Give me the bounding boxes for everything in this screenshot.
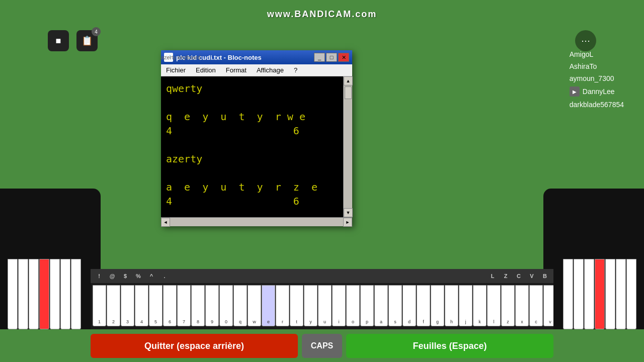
stop-icon[interactable]: ■ [48, 30, 69, 51]
piano-key[interactable]: l [487, 285, 501, 326]
player-item: AshiraTo [570, 62, 624, 70]
player-name: DannyLee [583, 87, 615, 96]
piano-key[interactable]: 5 [149, 285, 163, 326]
azerty-keyboard-label: azerty keyboard [161, 54, 200, 60]
menu-format[interactable]: Format [224, 65, 249, 75]
piano-key-white[interactable] [71, 259, 81, 329]
player-icon: ▶ [570, 86, 580, 97]
piano-key[interactable]: o [346, 285, 360, 326]
top-right-icons: ⋯ [575, 30, 596, 51]
piano-key[interactable]: r [276, 285, 289, 326]
notepad-menubar: Fichier Edition Format Affichage ? [161, 64, 352, 76]
close-button[interactable]: ✕ [338, 53, 349, 62]
piano-key[interactable]: d [403, 285, 416, 326]
hscroll-track [170, 218, 343, 226]
player-name: AmigoL [570, 50, 593, 58]
notepad-window: 📄 plc kid cudi.txt - Bloc-notes _ □ ✕ Fi… [161, 50, 352, 226]
player-name: darkblade567854 [570, 101, 624, 109]
piano-key-white[interactable] [8, 259, 18, 329]
piano-key[interactable]: 0 [219, 285, 233, 326]
piano-key-white[interactable] [626, 259, 636, 329]
quit-button[interactable]: Quitter (espace arrière) [91, 334, 298, 358]
piano-key[interactable]: 3 [121, 285, 134, 326]
piano-key[interactable]: z [501, 285, 515, 326]
notepad-text: qwerty q e y u t y r w e 4 6 azerty a e … [166, 81, 338, 208]
piano-key[interactable]: c [529, 285, 543, 326]
scroll-track [344, 85, 352, 208]
notification-badge: 4 [92, 27, 101, 36]
piano-key[interactable]: 2 [107, 285, 120, 326]
piano-white-keys-row: 1 2 3 4 5 6 7 8 9 0 q w e r t y u i o p … [91, 283, 553, 329]
key-symbol: L [486, 273, 499, 279]
scrollbar-horizontal[interactable]: ◄ ► [161, 217, 352, 226]
piano-key[interactable]: 1 [93, 285, 106, 326]
piano-key[interactable]: q [233, 285, 247, 326]
piano-key[interactable]: w [248, 285, 261, 326]
piano-key[interactable]: 9 [205, 285, 219, 326]
piano-key[interactable]: 4 [135, 285, 148, 326]
piano-key[interactable]: s [388, 285, 402, 326]
leaves-button[interactable]: Feuilles (Espace) [346, 334, 553, 358]
piano-key-white[interactable] [605, 259, 615, 329]
piano-key-white[interactable] [563, 259, 573, 329]
piano-key[interactable]: k [473, 285, 487, 326]
piano-key[interactable]: v [543, 285, 553, 326]
piano-key[interactable]: h [445, 285, 458, 326]
scroll-right-button[interactable]: ► [343, 218, 352, 227]
piano-key-white[interactable] [50, 259, 60, 329]
notepad-content-area[interactable]: qwerty q e y u t y r w e 4 6 azerty a e … [161, 76, 343, 217]
piano-right-body [543, 189, 644, 329]
key-symbol: C [512, 273, 525, 279]
piano-key[interactable]: t [290, 285, 303, 326]
watermark: www.BANDICAM.com [267, 9, 377, 20]
notification-icon[interactable]: 📋 4 [76, 30, 98, 51]
notepad-body: qwerty q e y u t y r w e 4 6 azerty a e … [161, 76, 352, 217]
key-symbol: @ [106, 273, 119, 279]
caps-button[interactable]: CAPS [302, 334, 342, 358]
scroll-down-button[interactable]: ▼ [344, 208, 353, 217]
piano-key[interactable]: i [332, 285, 346, 326]
piano-left-keys [8, 259, 81, 329]
menu-help[interactable]: ? [292, 65, 299, 75]
piano-key[interactable]: f [417, 285, 430, 326]
piano-key-white[interactable] [60, 259, 70, 329]
piano-key[interactable]: p [360, 285, 374, 326]
piano-right-keys [563, 259, 636, 329]
piano-key[interactable]: 6 [163, 285, 177, 326]
key-symbol: ! [93, 273, 106, 279]
piano-key[interactable]: y [304, 285, 317, 326]
piano-key[interactable]: a [374, 285, 388, 326]
piano-key-white[interactable] [616, 259, 626, 329]
piano-key[interactable]: u [318, 285, 332, 326]
piano-key-white-red[interactable] [39, 259, 49, 329]
key-symbol: V [525, 273, 538, 279]
piano-key-white-red[interactable] [595, 259, 605, 329]
key-symbol: ^ [145, 273, 158, 279]
piano-key[interactable]: 8 [191, 285, 205, 326]
ellipsis-button[interactable]: ⋯ [575, 30, 596, 51]
maximize-button[interactable]: □ [326, 53, 337, 62]
piano-key-white[interactable] [574, 259, 584, 329]
piano-key-white[interactable] [29, 259, 39, 329]
piano-key-white[interactable] [18, 259, 28, 329]
menu-fichier[interactable]: Fichier [164, 65, 188, 75]
key-symbol: . [158, 273, 171, 279]
menu-edition[interactable]: Edition [194, 65, 218, 75]
piano-key[interactable]: 7 [177, 285, 191, 326]
scroll-thumb[interactable] [345, 86, 352, 99]
player-name: aymoun_7300 [570, 74, 614, 82]
scroll-up-button[interactable]: ▲ [344, 76, 353, 85]
piano-key[interactable]: x [515, 285, 529, 326]
notepad-controls: _ □ ✕ [314, 53, 349, 62]
menu-affichage[interactable]: Affichage [255, 65, 286, 75]
piano-key[interactable]: g [431, 285, 444, 326]
piano-key-white[interactable] [584, 259, 594, 329]
piano-key-active[interactable]: e [262, 285, 275, 326]
key-symbol: $ [119, 273, 132, 279]
scroll-left-button[interactable]: ◄ [161, 218, 170, 227]
piano-key[interactable]: j [459, 285, 472, 326]
scrollbar-vertical[interactable]: ▲ ▼ [343, 76, 352, 217]
player-item: ▶ DannyLee [570, 86, 624, 97]
key-symbol: Z [499, 273, 512, 279]
minimize-button[interactable]: _ [314, 53, 325, 62]
